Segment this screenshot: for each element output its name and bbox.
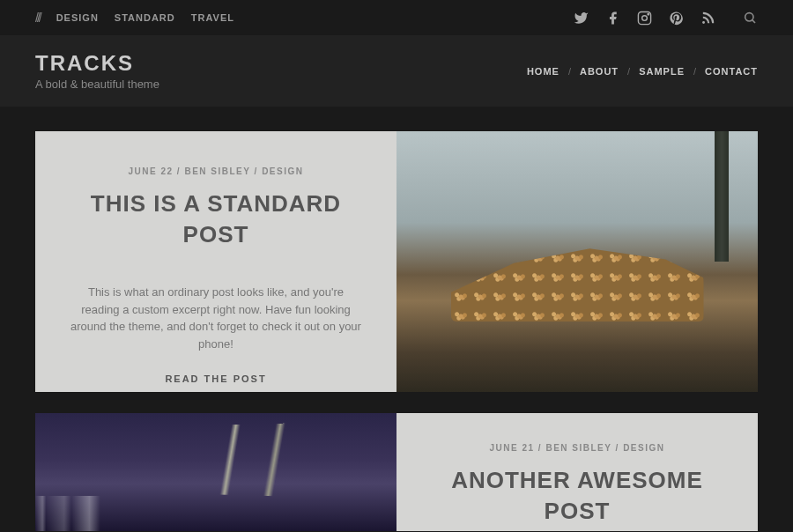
post-author[interactable]: BEN SIBLEY bbox=[184, 166, 250, 176]
post-featured-image[interactable] bbox=[396, 131, 758, 392]
nav-sample[interactable]: SAMPLE bbox=[639, 66, 685, 77]
svg-line-5 bbox=[752, 20, 755, 23]
post-author[interactable]: BEN SIBLEY bbox=[545, 443, 611, 453]
post-date: JUNE 22 bbox=[129, 166, 174, 176]
site-title[interactable]: TRACKS bbox=[35, 51, 159, 76]
post-excerpt: This is what an ordinary post looks like… bbox=[70, 284, 361, 352]
post-featured-image[interactable] bbox=[35, 413, 396, 531]
search-icon[interactable] bbox=[742, 10, 758, 26]
post-title[interactable]: THIS IS A STANDARD POST bbox=[70, 188, 361, 250]
post-meta: JUNE 21 / BEN SIBLEY / DESIGN bbox=[490, 443, 665, 453]
topbar-right bbox=[573, 10, 758, 26]
post-title[interactable]: ANOTHER AWESOME POST bbox=[432, 465, 723, 527]
post-card: JUNE 22 / BEN SIBLEY / DESIGN THIS IS A … bbox=[35, 131, 758, 392]
topbar-left: /// DESIGN STANDARD TRAVEL bbox=[35, 11, 234, 25]
post-text: JUNE 21 / BEN SIBLEY / DESIGN ANOTHER AW… bbox=[396, 413, 758, 531]
rss-icon[interactable] bbox=[700, 10, 715, 26]
branding: TRACKS A bold & beautiful theme bbox=[35, 51, 159, 91]
nav-separator: / bbox=[693, 66, 696, 77]
post-date: JUNE 21 bbox=[490, 443, 535, 453]
facebook-icon[interactable] bbox=[604, 10, 620, 26]
category-link-design[interactable]: DESIGN bbox=[56, 12, 99, 23]
topbar: /// DESIGN STANDARD TRAVEL bbox=[0, 0, 793, 35]
post-text: JUNE 22 / BEN SIBLEY / DESIGN THIS IS A … bbox=[35, 131, 396, 392]
svg-point-2 bbox=[648, 13, 648, 14]
meta-separator: / bbox=[611, 443, 623, 453]
post-category[interactable]: DESIGN bbox=[623, 443, 664, 453]
category-link-standard[interactable]: STANDARD bbox=[115, 12, 175, 23]
topbar-categories: DESIGN STANDARD TRAVEL bbox=[56, 12, 234, 23]
meta-separator: / bbox=[174, 166, 185, 176]
content: JUNE 22 / BEN SIBLEY / DESIGN THIS IS A … bbox=[0, 107, 793, 531]
svg-point-3 bbox=[702, 21, 705, 24]
category-link-travel[interactable]: TRAVEL bbox=[191, 12, 234, 23]
instagram-icon[interactable] bbox=[636, 10, 652, 26]
twitter-icon[interactable] bbox=[573, 10, 589, 26]
nav-about[interactable]: ABOUT bbox=[580, 66, 619, 77]
meta-separator: / bbox=[250, 166, 262, 176]
main-nav: HOME / ABOUT / SAMPLE / CONTACT bbox=[527, 66, 758, 77]
nav-home[interactable]: HOME bbox=[527, 66, 560, 77]
post-meta: JUNE 22 / BEN SIBLEY / DESIGN bbox=[129, 166, 304, 176]
pinterest-icon[interactable] bbox=[668, 10, 684, 26]
post-card: JUNE 21 / BEN SIBLEY / DESIGN ANOTHER AW… bbox=[35, 413, 758, 531]
nav-separator: / bbox=[627, 66, 630, 77]
svg-point-4 bbox=[745, 13, 753, 21]
meta-separator: / bbox=[535, 443, 546, 453]
read-more-link[interactable]: READ THE POST bbox=[165, 373, 266, 384]
svg-point-1 bbox=[641, 15, 647, 20]
menu-icon[interactable]: /// bbox=[35, 11, 41, 25]
header: TRACKS A bold & beautiful theme HOME / A… bbox=[0, 35, 793, 107]
nav-contact[interactable]: CONTACT bbox=[705, 66, 758, 77]
site-tagline: A bold & beautiful theme bbox=[35, 78, 159, 91]
post-category[interactable]: DESIGN bbox=[262, 166, 303, 176]
nav-separator: / bbox=[568, 66, 571, 77]
